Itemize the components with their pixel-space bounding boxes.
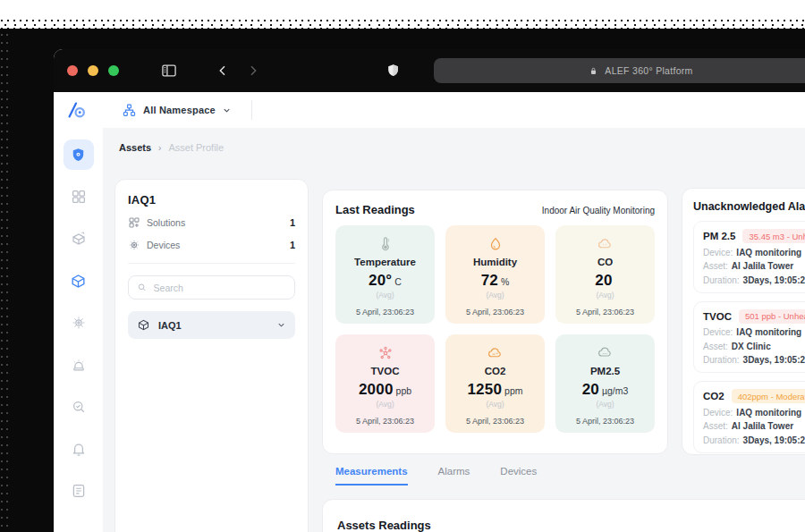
- close-window-button[interactable]: [67, 65, 78, 76]
- assets-readings-title: Assets Readings: [337, 519, 431, 532]
- bell-icon: [71, 441, 87, 457]
- search-check-icon: [71, 399, 87, 415]
- back-icon[interactable]: [216, 63, 230, 78]
- cube-icon: [70, 273, 87, 290]
- last-readings-title: Last Readings: [335, 203, 415, 216]
- reading-name: CO: [597, 257, 613, 267]
- sidebar-item-dashboard[interactable]: [64, 182, 94, 212]
- reading-card-co2: CO2 1250ppm (Avg) 5 April, 23:06:23: [445, 334, 545, 433]
- tab-measurements[interactable]: Measurements: [335, 466, 408, 486]
- asset-summary-panel: IAQ1 Solutions 1 Devices 1: [114, 179, 309, 532]
- reading-value: 20: [595, 272, 612, 290]
- alarm-name: CO2: [703, 391, 724, 401]
- tab-devices[interactable]: Devices: [500, 466, 537, 486]
- thermometer-icon: [377, 236, 394, 252]
- reading-avg: (Avg): [376, 291, 394, 300]
- sidebar-item-assets[interactable]: [64, 266, 94, 296]
- reading-name: TVOC: [371, 366, 400, 376]
- siren-icon: [71, 357, 87, 373]
- asset-label: Asset:: [703, 421, 728, 431]
- devices-count: 1: [290, 240, 295, 250]
- search-input[interactable]: [154, 283, 286, 293]
- last-readings-subtitle: Indoor Air Quality Monitoring: [542, 206, 655, 215]
- reading-avg: (Avg): [486, 291, 504, 300]
- reading-unit: µg/m3: [602, 385, 628, 396]
- namespace-selector[interactable]: All Namespace: [122, 103, 232, 118]
- reading-unit: C: [394, 276, 402, 287]
- device-value: IAQ monitoring: [736, 327, 801, 337]
- assets-readings-panel: Assets Readings: [322, 499, 805, 532]
- reading-timestamp: 5 April, 23:06:23: [576, 417, 634, 426]
- breadcrumb-assets[interactable]: Assets: [119, 142, 151, 153]
- reading-timestamp: 5 April, 23:06:23: [356, 417, 414, 426]
- panel-divider: [128, 263, 295, 264]
- sidebar-item-solutions[interactable]: [64, 224, 94, 254]
- reading-timestamp: 5 April, 23:06:23: [466, 308, 524, 317]
- reading-avg: (Avg): [596, 291, 614, 300]
- breadcrumb-separator: ›: [158, 143, 161, 153]
- duration-label: Duration:: [703, 435, 740, 445]
- solutions-count: 1: [290, 217, 295, 228]
- privacy-shield-icon[interactable]: [386, 62, 401, 80]
- forward-icon[interactable]: [246, 63, 260, 78]
- backdrop-noise-left: [0, 32, 10, 529]
- minimize-window-button[interactable]: [88, 65, 98, 76]
- duration-label: Duration:: [703, 275, 740, 285]
- droplet-icon: [487, 236, 504, 252]
- asset-title: IAQ1: [128, 193, 295, 207]
- alarm-item-tvoc[interactable]: TVOC 501 ppb - Unhealthy Device:IAQ moni…: [693, 301, 805, 374]
- reading-card-co: CO 20 (Avg) 5 April, 23:06:23: [555, 225, 655, 324]
- device-label: Device:: [703, 408, 733, 418]
- solutions-row: Solutions 1: [128, 216, 295, 229]
- reading-unit: %: [501, 276, 509, 287]
- reading-card-tvoc: TVOC 2000ppb (Avg) 5 April, 23:06:23: [335, 334, 435, 433]
- lock-icon: [589, 65, 598, 77]
- shield-icon: [70, 147, 87, 164]
- screenshot-stage: ALEF 360° Platform All Namespace: [0, 0, 805, 532]
- last-readings-header: Last Readings Indoor Air Quality Monitor…: [335, 203, 655, 216]
- co2-cloud-icon: [487, 345, 504, 361]
- asset-value: Al Jalila Tower: [732, 261, 793, 271]
- asset-value: Al Jalila Tower: [732, 421, 793, 431]
- selected-asset-item[interactable]: IAQ1: [128, 311, 295, 339]
- header-divider: [251, 100, 252, 120]
- sidebar-item-notifications[interactable]: [64, 434, 94, 464]
- sidebar-item-reports[interactable]: [64, 476, 94, 506]
- sidebar-toggle-icon[interactable]: [160, 62, 178, 80]
- breadcrumb: Assets › Asset Profile: [119, 142, 224, 153]
- reading-value: 72: [481, 272, 498, 290]
- sidebar-item-alarms[interactable]: [64, 350, 94, 380]
- sidebar-item-security[interactable]: [64, 139, 94, 170]
- asset-cube-icon: [137, 318, 150, 332]
- unacknowledged-alarms-panel: Unacknowledged Alarms PM 2.5 35.45 m3 - …: [682, 188, 805, 455]
- address-bar[interactable]: ALEF 360° Platform: [434, 58, 805, 83]
- address-text: ALEF 360° Platform: [605, 65, 692, 76]
- chevron-down-icon: [276, 320, 286, 330]
- alarms-title: Unacknowledged Alarms: [693, 200, 805, 213]
- sidebar-item-devices[interactable]: [64, 308, 94, 338]
- sidebar-item-audit[interactable]: [64, 392, 94, 422]
- solutions-icon: [128, 216, 140, 229]
- detail-tabs: Measurements Alarms Devices: [335, 466, 537, 486]
- report-icon: [71, 483, 87, 499]
- reading-avg: (Avg): [486, 400, 504, 409]
- namespace-label: All Namespace: [143, 105, 216, 115]
- page-content: Assets › Asset Profile IAQ1 Solutions 1 …: [54, 128, 805, 532]
- alarm-item-pm25[interactable]: PM 2.5 35.45 m3 - Unhealthy Device:IAQ m…: [693, 221, 805, 293]
- last-readings-panel: Last Readings Indoor Air Quality Monitor…: [322, 190, 668, 454]
- breadcrumb-asset-profile: Asset Profile: [168, 142, 224, 153]
- reading-timestamp: 5 April, 23:06:23: [356, 308, 414, 317]
- asset-value: DX Clinic: [732, 342, 771, 351]
- zoom-window-button[interactable]: [108, 65, 119, 76]
- app-logo-icon[interactable]: [64, 99, 88, 121]
- device-value: IAQ monitoring: [736, 408, 801, 418]
- reading-value: 2000: [359, 381, 394, 399]
- pm25-cloud-icon: [597, 345, 614, 361]
- molecule-icon: [377, 345, 394, 361]
- duration-label: Duration:: [703, 355, 740, 365]
- reading-card-pm25: PM2.5 20µg/m3 (Avg) 5 April, 23:06:23: [555, 334, 655, 433]
- reading-name: CO2: [485, 366, 506, 376]
- app-header: All Namespace: [54, 92, 805, 128]
- tab-alarms[interactable]: Alarms: [438, 466, 470, 486]
- alarm-item-co2[interactable]: CO2 402ppm - Moderate Device:IAQ monitor…: [693, 381, 805, 453]
